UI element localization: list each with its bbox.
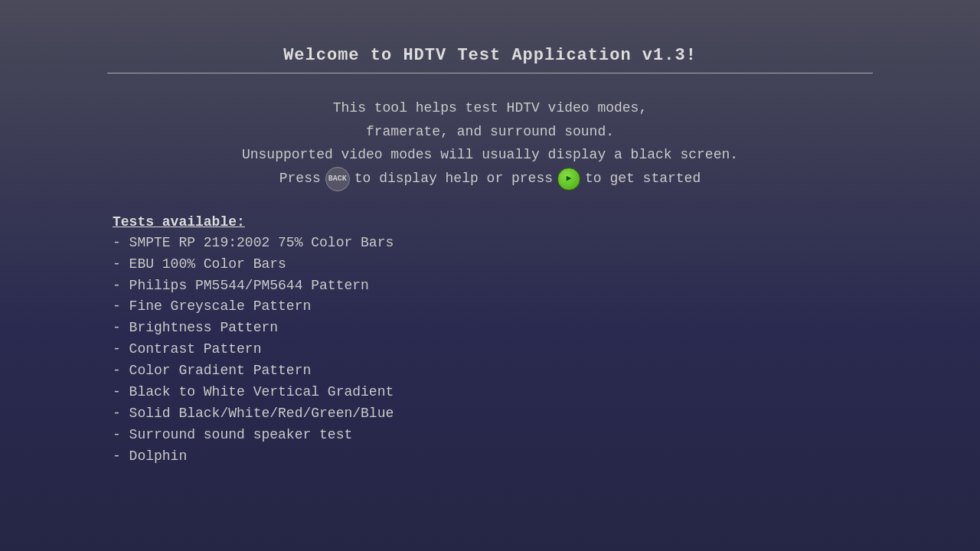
page-title: Welcome to HDTV Test Application v1.3! — [107, 46, 873, 65]
list-item: - Surround sound speaker test — [113, 425, 878, 446]
tests-section: Tests available: - SMPTE RP 219:2002 75%… — [113, 214, 878, 468]
desc-line2: framerate, and surround sound. — [242, 120, 738, 144]
list-item: - Fine Greyscale Pattern — [113, 296, 878, 318]
press-label: Press — [279, 167, 321, 191]
main-container: Welcome to HDTV Test Application v1.3! T… — [0, 0, 980, 551]
desc-line1: This tool helps test HDTV video modes, — [242, 96, 738, 120]
list-item: - Solid Black/White/Red/Green/Blue — [113, 403, 878, 425]
tests-header: Tests available: — [113, 214, 878, 230]
list-item: - SMPTE RP 219:2002 75% Color Bars — [113, 233, 878, 254]
press-line: Press BACK to display help or press ▶ to… — [242, 167, 738, 191]
list-item: - Dolphin — [113, 446, 878, 468]
description-section: This tool helps test HDTV video modes, f… — [242, 96, 738, 191]
help-text: to display help or press — [354, 167, 553, 191]
test-items-list: - SMPTE RP 219:2002 75% Color Bars- EBU … — [113, 233, 878, 468]
list-item: - EBU 100% Color Bars — [113, 254, 878, 276]
start-text: to get started — [585, 167, 701, 191]
desc-line3: Unsupported video modes will usually dis… — [242, 143, 738, 167]
list-item: - Brightness Pattern — [113, 318, 878, 339]
back-button-icon: BACK — [325, 167, 350, 191]
list-item: - Color Gradient Pattern — [113, 360, 878, 382]
green-button-icon: ▶ — [557, 168, 580, 191]
list-item: - Philips PM5544/PM5644 Pattern — [113, 276, 878, 297]
list-item: - Contrast Pattern — [113, 339, 878, 360]
list-item: - Black to White Vertical Gradient — [113, 382, 878, 403]
title-section: Welcome to HDTV Test Application v1.3! — [107, 46, 873, 73]
